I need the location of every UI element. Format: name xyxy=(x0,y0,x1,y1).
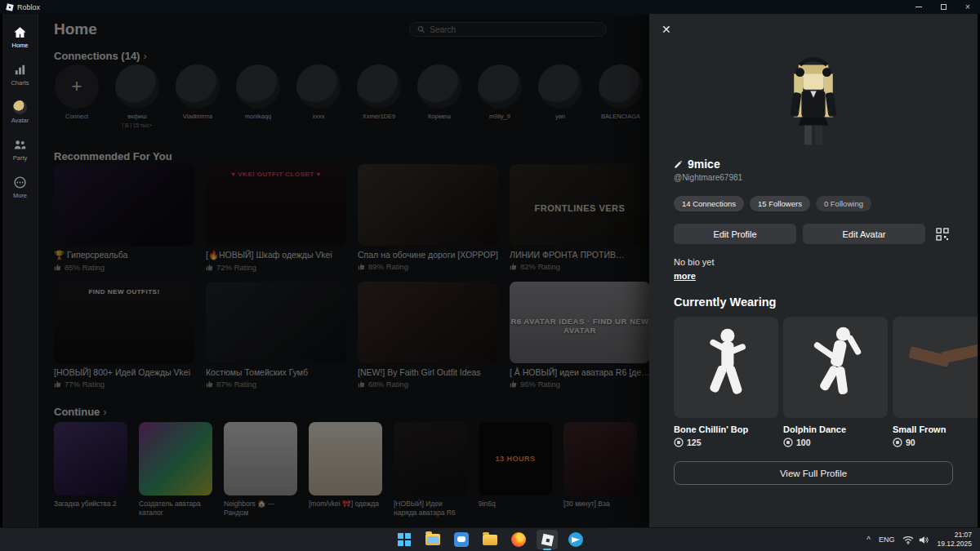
firefox-button[interactable] xyxy=(508,530,529,549)
clock-time: 21:07 xyxy=(937,531,972,540)
wearing-item[interactable]: Dolphin Dance 100 xyxy=(783,317,888,447)
connections-row: + Connect вкфиш [ В ] 15 тыс+ Vladimirrr… xyxy=(54,64,644,128)
following-stat-pill[interactable]: 0 Following xyxy=(816,196,871,211)
game-title: [ Å НОВЫЙ] идеи аватара R6 [девчачьи] xyxy=(510,367,650,377)
telegram-button[interactable] xyxy=(565,530,586,549)
rating-value: 72% Rating xyxy=(216,263,256,272)
sidebar-item-charts[interactable]: Charts xyxy=(11,63,29,87)
edit-pencil-icon[interactable] xyxy=(674,160,683,169)
tray-status-icons[interactable] xyxy=(902,535,929,544)
window-controls: × xyxy=(906,0,980,14)
friend-tile[interactable]: Xxmer1DE9 xyxy=(356,64,402,128)
maximize-button[interactable] xyxy=(931,0,956,14)
connect-label: Connect xyxy=(65,113,88,120)
profile-panel: ✕ 9mi xyxy=(649,14,978,527)
wearing-item[interactable]: Small Frown 90 xyxy=(893,317,978,447)
friend-avatar xyxy=(115,64,159,109)
folder-app-button[interactable] xyxy=(479,530,501,549)
sidebar-item-party[interactable]: Party xyxy=(13,138,28,162)
search-bar[interactable] xyxy=(409,22,607,37)
wearing-item[interactable]: Bone Chillin' Bop 125 xyxy=(674,317,778,447)
view-full-profile-button[interactable]: View Full Profile xyxy=(674,461,953,485)
game-card[interactable]: [NEW!] By Faith Girl Outfit Ideas 68% Ra… xyxy=(358,282,498,389)
continue-card[interactable]: [mom/vkei 🎀] одежда xyxy=(309,422,382,518)
game-title: [NEW!] By Faith Girl Outfit Ideas xyxy=(358,367,498,377)
emote-silhouette-dolphin-dance xyxy=(796,325,875,410)
add-connection-icon: + xyxy=(55,64,99,109)
roblox-taskbar-button[interactable] xyxy=(537,530,558,549)
window-title: Roblox xyxy=(17,3,40,11)
game-card[interactable]: Костюмы Томейских Гумб 87% Rating xyxy=(206,282,346,389)
sidebar-item-avatar[interactable]: Avatar xyxy=(11,100,29,124)
sidebar: Home Charts Avatar Party More xyxy=(2,14,38,527)
edit-profile-button[interactable]: Edit Profile xyxy=(674,224,796,244)
friend-tile[interactable]: xxxx xyxy=(296,64,341,128)
language-indicator[interactable]: ENG xyxy=(879,535,895,544)
telegram-icon xyxy=(568,532,583,547)
connections-stat-pill[interactable]: 14 Connections xyxy=(674,196,744,211)
game-thumbnail: R6 AVATAR IDEAS · FIND UR NEW AVATAR xyxy=(510,282,650,363)
tray-expand-icon[interactable]: ^ xyxy=(866,535,871,544)
system-tray: ^ ENG 21:07 19.12.2025 xyxy=(866,528,980,551)
continue-header[interactable]: Continue › xyxy=(54,406,107,418)
friend-name: m9ily_9 xyxy=(489,113,510,120)
thumbnail-text: 13 HOURS xyxy=(495,455,535,463)
sidebar-item-home[interactable]: Home xyxy=(11,25,28,49)
clock-date: 19.12.2025 xyxy=(937,540,972,549)
friend-tile[interactable]: yan xyxy=(537,64,583,128)
game-card[interactable]: ♥ VKEI OUTFIT CLOSET ♥ [🔥НОВЫЙ] Шкаф оде… xyxy=(206,164,346,272)
file-explorer-button[interactable] xyxy=(422,530,443,549)
currently-wearing-row: Bone Chillin' Bop 125 xyxy=(674,317,978,447)
profile-avatar-image xyxy=(765,51,862,156)
game-card[interactable]: 🏆 Гиперсреальба 85% Rating xyxy=(54,164,194,272)
connections-header[interactable]: Connections (14) › xyxy=(54,50,147,62)
continue-card[interactable]: 13 HOURS 9in6q xyxy=(479,422,552,518)
continue-card[interactable]: [30 минут] Вза xyxy=(564,422,637,518)
friend-name: BALENCIAGA xyxy=(601,113,640,120)
game-rating: 87% Rating xyxy=(206,380,346,389)
roblox-icon xyxy=(541,533,553,545)
connect-tile[interactable]: + Connect xyxy=(54,64,100,128)
profile-username: @Nightmare67981 xyxy=(674,173,953,182)
connections-title: Connections (14) xyxy=(54,50,140,62)
thumbs-up-icon xyxy=(358,380,365,388)
game-card[interactable]: Спал на обочине дороги [ХОРРОР] 89% Rati… xyxy=(358,164,498,272)
game-card[interactable]: FRONTLINES VERS ЛИНИИ ФРОНТА ПРОТИВ… 82%… xyxy=(510,164,650,272)
friend-tile[interactable]: вкфиш [ В ] 15 тыс+ xyxy=(114,64,160,128)
close-button[interactable]: × xyxy=(956,0,980,14)
thumbs-up-icon xyxy=(510,263,517,270)
friend-tile[interactable]: m9ily_9 xyxy=(477,64,523,128)
continue-card[interactable]: Neighbors 🏠 — Рандом xyxy=(224,422,297,518)
game-card[interactable]: FIND NEW OUTFITS! [НОВЫЙ] 800+ Идей Одеж… xyxy=(54,282,194,389)
continue-card[interactable]: Загадка убийства 2 xyxy=(54,422,127,518)
edit-avatar-button[interactable]: Edit Avatar xyxy=(803,224,925,244)
robux-icon xyxy=(783,438,793,447)
continue-card[interactable]: [НОВЫЙ] Идеи наряда аватара R6 Девчач xyxy=(394,422,467,518)
wearing-item-thumbnail xyxy=(783,317,888,418)
search-input[interactable] xyxy=(430,25,599,34)
sidebar-item-more[interactable]: More xyxy=(13,176,27,199)
rating-value: 96% Rating xyxy=(520,380,560,389)
friend-tile[interactable]: Vladimirrra xyxy=(175,64,220,128)
qr-code-button[interactable] xyxy=(932,224,953,244)
friend-avatar xyxy=(417,64,461,109)
panel-close-icon[interactable]: ✕ xyxy=(662,24,671,35)
friend-tile[interactable]: BALENCIAGA xyxy=(598,64,644,128)
window-body: Home Charts Avatar Party More xyxy=(2,14,978,527)
game-rating: 82% Rating xyxy=(510,262,650,271)
continue-card[interactable]: Создатель аватара каталог xyxy=(139,422,212,518)
minimize-button[interactable] xyxy=(906,0,931,14)
taskbar-clock[interactable]: 21:07 19.12.2025 xyxy=(937,531,972,549)
start-button[interactable] xyxy=(394,530,415,549)
game-card[interactable]: R6 AVATAR IDEAS · FIND UR NEW AVATAR [ Å… xyxy=(510,282,650,389)
game-thumbnail xyxy=(358,282,498,363)
followers-stat-pill[interactable]: 15 Followers xyxy=(750,196,810,211)
friend-status: [ В ] 15 тыс+ xyxy=(122,122,152,128)
friend-tile[interactable]: Кормеш xyxy=(416,64,462,128)
game-title: ЛИНИИ ФРОНТА ПРОТИВ… xyxy=(510,250,650,260)
chat-app-button[interactable] xyxy=(451,530,472,549)
friend-tile[interactable]: monikaqq xyxy=(235,64,281,128)
continue-thumbnail: 13 HOURS xyxy=(479,422,552,495)
recommended-title: Recommended For You xyxy=(54,150,172,162)
bio-more-link[interactable]: more xyxy=(674,271,696,281)
